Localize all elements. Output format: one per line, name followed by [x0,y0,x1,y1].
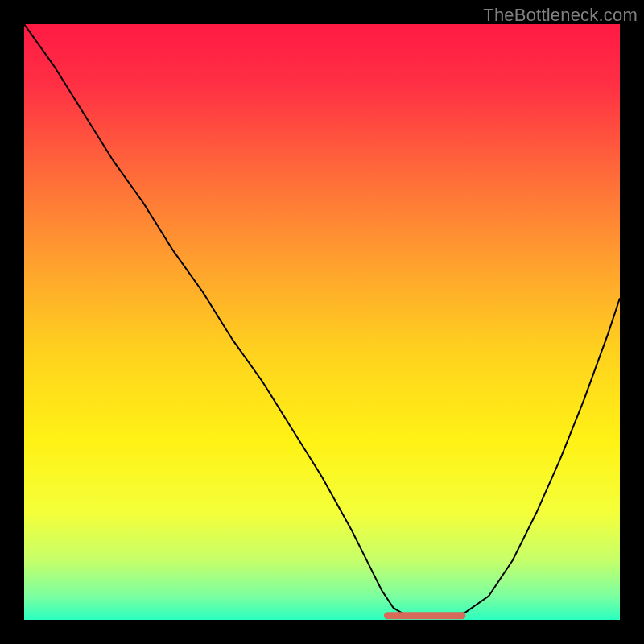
chart-container: TheBottleneck.com [0,0,644,644]
bottleneck-chart [0,0,644,644]
watermark-text: TheBottleneck.com [483,5,638,26]
chart-plot-area [24,24,620,620]
